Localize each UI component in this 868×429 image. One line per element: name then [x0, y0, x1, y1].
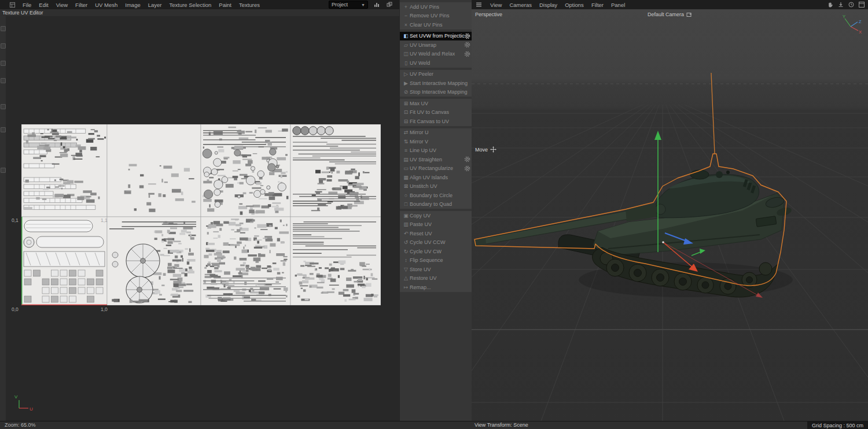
tool-icon[interactable]	[1, 168, 6, 173]
tank-periscope	[726, 171, 730, 174]
uv-command-remap[interactable]: ↦Remap...	[400, 283, 472, 292]
tool-icon[interactable]	[1, 61, 6, 66]
copy-uv-icon: ▣	[402, 213, 410, 219]
vp-menu-view[interactable]: View	[490, 2, 502, 8]
camera-swap-icon[interactable]	[686, 12, 692, 17]
vp-menu-cameras[interactable]: Cameras	[509, 2, 532, 8]
uv-commands-list: +Add UV Pins−Remove UV Pins×Clear UV Pin…	[400, 0, 472, 292]
gear-icon[interactable]	[464, 42, 470, 48]
menu-image[interactable]: Image	[125, 2, 140, 8]
vp-menu-panel[interactable]: Panel	[611, 2, 625, 8]
uv-command-copy-uv[interactable]: ▣Copy UV	[400, 211, 472, 220]
viewport-menus: ViewCamerasDisplayOptionsFilterPanel	[490, 2, 625, 8]
uv-command-clear-uv-pins[interactable]: ×Clear UV Pins	[400, 20, 472, 29]
tool-icon[interactable]	[1, 43, 6, 49]
menu-paint[interactable]: Paint	[219, 2, 231, 8]
uv-command-align-uv-islands[interactable]: ▦Align UV Islands	[400, 173, 472, 182]
uv-command-paste-uv[interactable]: ▥Paste UV	[400, 220, 472, 230]
pin-remove-icon: −	[402, 13, 410, 19]
max-uv-icon: ⊞	[402, 101, 410, 106]
layout-icon[interactable]	[8, 1, 16, 9]
uv-command-store-uv[interactable]: ▽Store UV	[400, 265, 472, 274]
menu-uv-mesh[interactable]: UV Mesh	[95, 2, 117, 8]
fit-uv-to-canvas-icon: ⊡	[402, 109, 410, 115]
paste-uv-icon: ▥	[402, 221, 410, 227]
tool-icon[interactable]	[1, 78, 6, 83]
uv-command-fit-canvas-to-uv[interactable]: ⊟Fit Canvas to UV	[400, 117, 472, 126]
tank-model[interactable]	[474, 73, 792, 297]
uv-command-flip-sequence[interactable]: ↕Flip Sequence	[400, 256, 472, 265]
uv-command-set-uvw-from-projection[interactable]: ◧Set UVW from Projection	[400, 32, 472, 41]
uv-command-fit-uv-to-canvas[interactable]: ⊡Fit UV to Canvas	[400, 108, 472, 117]
unstitch-uv-icon: ⊠	[402, 183, 410, 189]
uv-command-start-interactive-mapping[interactable]: ▶Start Interactive Mapping	[400, 79, 472, 88]
restore-uv-icon: △	[402, 275, 410, 281]
uv-weld-relax-icon: ◫	[402, 51, 410, 57]
vp-menu-options[interactable]: Options	[565, 2, 584, 8]
uv-command-boundary-to-quad[interactable]: □Boundary to Quad	[400, 200, 472, 209]
gear-icon[interactable]	[464, 51, 470, 57]
flip-sequence-icon: ↕	[402, 257, 410, 263]
tool-icon[interactable]	[1, 26, 6, 31]
uv-command-reset-uv[interactable]: ↶Reset UV	[400, 229, 472, 238]
viewport-canvas[interactable]	[472, 9, 868, 421]
uv-command-cycle-uv-ccw[interactable]: ↺Cycle UV CCW	[400, 238, 472, 247]
uv-command-unstitch-uv[interactable]: ⊠Unstitch UV	[400, 182, 472, 191]
menu-textures[interactable]: Textures	[239, 2, 260, 8]
uv-coord-label: 1,0	[101, 306, 108, 312]
gear-icon[interactable]	[464, 165, 470, 172]
pan-hand-icon[interactable]	[826, 1, 834, 9]
hamburger-menu-icon[interactable]	[475, 1, 483, 9]
layout-frame-icon[interactable]	[858, 1, 866, 9]
uv-command-uv-peeler[interactable]: ▷UV Peeler	[400, 70, 472, 79]
uv-command-mirror-u[interactable]: ⇄Mirror U	[400, 128, 472, 138]
uv-command-uv-rectangularize[interactable]: ▭UV Rectangularize	[400, 164, 472, 173]
uv-command-restore-uv[interactable]: △Restore UV	[400, 274, 472, 283]
uv-command-line-up-uv[interactable]: ≡Line Up UV	[400, 146, 472, 156]
pin-add-icon: +	[402, 4, 410, 10]
align-uv-islands-icon: ▦	[402, 175, 410, 180]
active-camera-label[interactable]: Default Camera	[472, 12, 868, 17]
menu-view[interactable]: View	[56, 2, 68, 8]
app-menubar: FileEditViewFilterUV MeshImageLayerTextu…	[8, 0, 260, 9]
uv-command-cycle-uv-cw[interactable]: ↻Cycle UV CW	[400, 247, 472, 256]
menu-texture-selection[interactable]: Texture Selection	[169, 2, 211, 8]
uv-tile-grid[interactable]	[21, 124, 381, 305]
menu-edit[interactable]: Edit	[39, 2, 48, 8]
start-interactive-mapping-icon: ▶	[402, 80, 410, 86]
uv-command-remove-uv-pins[interactable]: −Remove UV Pins	[400, 12, 472, 21]
uv-command-boundary-to-circle[interactable]: ○Boundary to Circle	[400, 191, 472, 200]
tool-icon[interactable]	[1, 127, 6, 132]
uv-command-add-uv-pins[interactable]: +Add UV Pins	[400, 2, 472, 12]
menu-filter[interactable]: Filter	[75, 2, 87, 8]
save-download-icon[interactable]	[837, 1, 845, 9]
uv-coord-label: 1,1	[101, 217, 108, 223]
menu-file[interactable]: File	[23, 2, 31, 8]
histogram-icon[interactable]	[373, 1, 381, 9]
compare-icon[interactable]	[385, 1, 393, 9]
uv-rectangularize-icon: ▭	[402, 165, 410, 171]
menu-layer[interactable]: Layer	[148, 2, 162, 8]
project-dropdown-value: Project	[332, 2, 348, 8]
history-clock-icon[interactable]	[847, 1, 855, 9]
panel-title: Texture UV Editor	[2, 10, 43, 16]
vp-menu-display[interactable]: Display	[539, 2, 557, 8]
uv-coord-label: 0,1	[12, 217, 19, 223]
tank-hatch	[716, 171, 723, 178]
uv-command-max-uv[interactable]: ⊞Max UV	[400, 99, 472, 108]
perspective-viewport[interactable]: Perspective Default Camera Move Y Z X	[472, 9, 868, 421]
uv-command-mirror-v[interactable]: ⇅Mirror V	[400, 137, 472, 146]
gear-icon[interactable]	[464, 33, 470, 39]
tool-icon[interactable]	[1, 104, 6, 109]
uv-command-uv-straighten[interactable]: ▤UV Straighten	[400, 155, 472, 164]
uv-editor-toolstrip	[0, 16, 6, 421]
uv-command-uv-weld[interactable]: ▯UV Weld	[400, 58, 472, 68]
vp-menu-filter[interactable]: Filter	[591, 2, 604, 8]
uv-command-uv-weld-and-relax[interactable]: ◫UV Weld and Relax	[400, 50, 472, 59]
uv-command-uv-unwrap[interactable]: ▱UV Unwrap	[400, 40, 472, 50]
project-dropdown[interactable]: Project ▼	[329, 1, 368, 9]
uv-coord-label: 0,0	[12, 306, 19, 312]
uv-editor-canvas[interactable]: 0,1 1,1 0,0 1,0 V U	[6, 16, 399, 421]
gear-icon[interactable]	[464, 156, 470, 162]
uv-command-stop-interactive-mapping[interactable]: ⊘Stop Interactive Mapping	[400, 88, 472, 97]
